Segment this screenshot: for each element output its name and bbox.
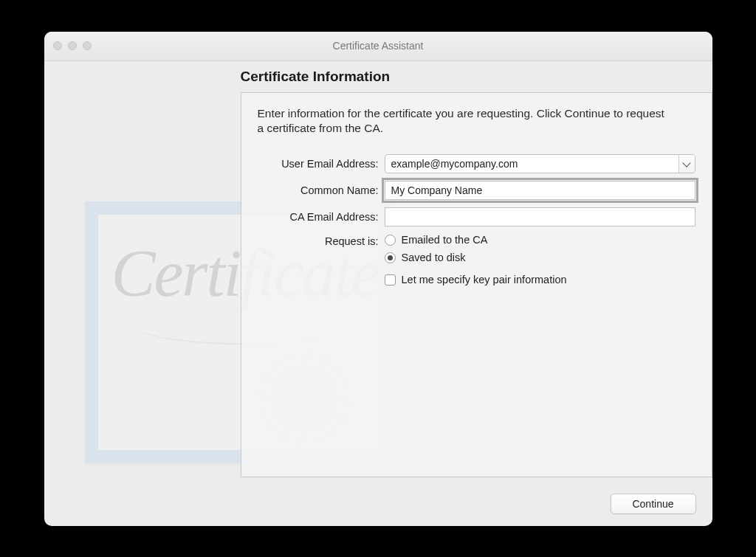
request-is-label: Request is: (258, 234, 385, 247)
request-saved-radio[interactable]: Saved to disk (385, 252, 695, 263)
common-name-field[interactable]: My Company Name (385, 181, 695, 200)
window-title: Certificate Assistant (44, 40, 712, 52)
user-email-combobox[interactable]: example@mycompany.com (385, 154, 695, 173)
radio-icon (385, 235, 396, 246)
keypair-checkbox-label: Let me specify key pair information (402, 274, 567, 286)
ca-email-field[interactable] (385, 207, 695, 226)
window-content: Certificate Certificate Information Ente… (44, 61, 712, 526)
footer-buttons: Continue (611, 494, 696, 514)
user-email-label: User Email Address: (258, 158, 385, 170)
common-name-label: Common Name: (258, 184, 385, 196)
titlebar[interactable]: Certificate Assistant (44, 32, 712, 61)
chevron-down-icon (682, 159, 690, 167)
request-emailed-radio[interactable]: Emailed to the CA (385, 234, 695, 246)
request-emailed-label: Emailed to the CA (402, 234, 488, 246)
intro-text: Enter information for the certificate yo… (258, 106, 671, 137)
form-panel: Enter information for the certificate yo… (241, 92, 712, 477)
continue-button[interactable]: Continue (611, 494, 696, 514)
certificate-assistant-window: Certificate Assistant Certificate Certif… (44, 32, 712, 526)
section-title: Certificate Information (241, 69, 391, 85)
radio-icon (385, 252, 396, 263)
request-saved-label: Saved to disk (402, 252, 466, 263)
ca-email-label: CA Email Address: (258, 211, 385, 223)
keypair-checkbox[interactable]: Let me specify key pair information (385, 274, 695, 286)
checkbox-icon (385, 274, 396, 286)
combobox-arrow-button[interactable] (678, 155, 695, 173)
user-email-value[interactable]: example@mycompany.com (385, 155, 678, 173)
